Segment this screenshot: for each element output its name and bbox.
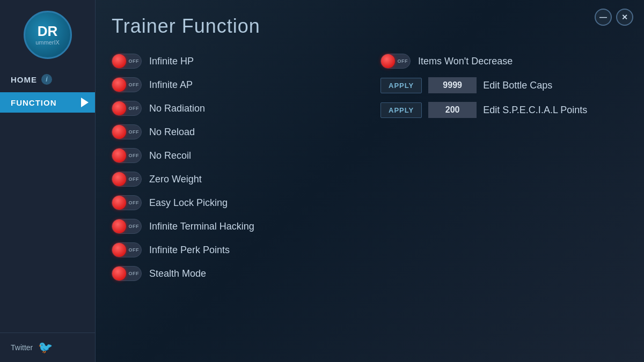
function-name-infinite-terminal-hacking: Infinite Terminal Hacking (149, 221, 254, 232)
function-row-no-reload: OFF No Reload (112, 121, 359, 143)
function-label: FUNCTION (11, 98, 57, 107)
function-name-no-recoil: No Recoil (149, 150, 191, 161)
toggle-infinite-terminal-hacking[interactable]: OFF (112, 219, 142, 234)
toggle-items-wont-decrease[interactable]: OFF (380, 54, 411, 69)
play-arrow-icon (81, 98, 89, 107)
toggle-thumb (112, 267, 126, 280)
toggle-zero-weight[interactable]: OFF (112, 172, 142, 187)
function-name-zero-weight: Zero Weight (149, 174, 202, 185)
sidebar: DR ummerIX HOME i FUNCTION Twitter 🐦 (0, 0, 96, 362)
function-row-items-wont-decrease: OFF Items Won't Decrease (380, 50, 628, 72)
toggle-no-reload[interactable]: OFF (112, 124, 142, 139)
toggle-thumb (112, 219, 126, 233)
toggle-thumb (381, 54, 395, 68)
function-row-no-radiation: OFF No Radiation (112, 98, 359, 119)
window-controls: — ✕ (595, 9, 633, 26)
function-name-edit-special-points: Edit S.P.E.C.I.A.L Points (483, 105, 587, 116)
function-row-edit-special-points: APPLY Edit S.P.E.C.I.A.L Points (380, 99, 628, 121)
function-name-infinite-perk-points: Infinite Perk Points (149, 245, 230, 256)
toggle-thumb (112, 54, 126, 68)
left-function-col: OFF Infinite HP OFF Infinite AP (112, 50, 359, 351)
function-name-infinite-hp: Infinite HP (149, 56, 194, 67)
function-row-zero-weight: OFF Zero Weight (112, 168, 359, 190)
right-function-col: OFF Items Won't Decrease APPLY Edit Bott… (380, 50, 628, 351)
page-title: Trainer Function (112, 15, 628, 38)
function-name-infinite-ap: Infinite AP (149, 79, 193, 91)
close-button[interactable]: ✕ (616, 9, 633, 26)
toggle-infinite-ap[interactable]: OFF (112, 77, 142, 92)
toggle-thumb (112, 101, 126, 115)
toggle-thumb (112, 243, 126, 257)
function-row-no-recoil: OFF No Recoil (112, 145, 359, 166)
function-name-edit-bottle-caps: Edit Bottle Caps (483, 80, 552, 91)
toggle-no-recoil[interactable]: OFF (112, 148, 142, 163)
avatar: DR ummerIX (24, 11, 72, 59)
apply-special-points-button[interactable]: APPLY (380, 102, 422, 118)
minimize-button[interactable]: — (595, 9, 612, 26)
function-row-infinite-perk-points: OFF Infinite Perk Points (112, 239, 359, 261)
function-name-no-radiation: No Radiation (149, 103, 205, 114)
sidebar-item-home[interactable]: HOME i (0, 69, 95, 90)
toggle-thumb (112, 149, 126, 162)
avatar-initials: DR (38, 24, 58, 38)
toggle-easy-lock-picking[interactable]: OFF (112, 195, 142, 210)
main-content: — ✕ Trainer Function OFF Infinite HP (96, 0, 644, 362)
toggle-infinite-perk-points[interactable]: OFF (112, 242, 142, 257)
toggle-thumb (112, 125, 126, 139)
twitter-icon: 🐦 (38, 341, 53, 354)
toggle-thumb (112, 196, 126, 210)
special-points-input[interactable] (428, 102, 477, 118)
function-row-infinite-terminal-hacking: OFF Infinite Terminal Hacking (112, 216, 359, 237)
toggle-no-radiation[interactable]: OFF (112, 101, 142, 116)
function-row-infinite-ap: OFF Infinite AP (112, 74, 359, 95)
function-name-stealth-mode: Stealth Mode (149, 268, 206, 279)
avatar-sub: ummerIX (35, 39, 60, 46)
function-row-edit-bottle-caps: APPLY Edit Bottle Caps (380, 74, 628, 97)
function-row-infinite-hp: OFF Infinite HP (112, 50, 359, 72)
info-icon[interactable]: i (41, 74, 52, 85)
apply-bottle-caps-button[interactable]: APPLY (380, 78, 422, 93)
sidebar-item-twitter[interactable]: Twitter 🐦 (0, 333, 95, 362)
sidebar-item-function[interactable]: FUNCTION (0, 92, 95, 113)
function-name-no-reload: No Reload (149, 127, 195, 138)
function-name-easy-lock-picking: Easy Lock Picking (149, 197, 228, 209)
toggle-thumb (112, 172, 126, 186)
function-row-easy-lock-picking: OFF Easy Lock Picking (112, 192, 359, 213)
toggle-stealth-mode[interactable]: OFF (112, 266, 142, 281)
twitter-label: Twitter (11, 343, 33, 352)
function-name-items-wont-decrease: Items Won't Decrease (418, 56, 513, 67)
bottle-caps-input[interactable] (428, 77, 477, 93)
toggle-infinite-hp[interactable]: OFF (112, 54, 142, 69)
toggle-thumb (112, 78, 126, 92)
function-row-stealth-mode: OFF Stealth Mode (112, 263, 359, 284)
function-grid: OFF Infinite HP OFF Infinite AP (112, 50, 628, 351)
home-label: HOME (11, 75, 37, 84)
